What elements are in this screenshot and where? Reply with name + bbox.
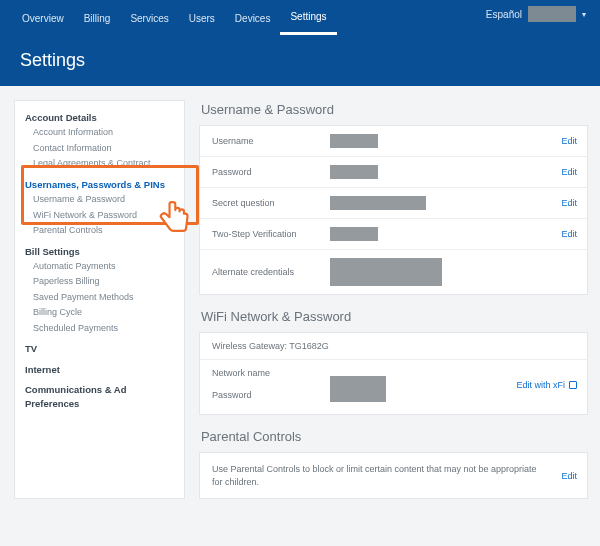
parental-controls-description: Use Parental Controls to block or limit … bbox=[212, 463, 562, 488]
sidebar-item-automatic-payments[interactable]: Automatic Payments bbox=[25, 259, 174, 275]
edit-username-link[interactable]: Edit bbox=[561, 136, 577, 146]
section-username-password: Username & Password Username Edit Passwo… bbox=[199, 102, 588, 295]
nav-tab-overview[interactable]: Overview bbox=[12, 7, 74, 34]
row-label-alternate-credentials: Alternate credentials bbox=[212, 267, 330, 277]
sidebar-item-wifi-network-password[interactable]: WiFi Network & Password bbox=[25, 208, 174, 224]
value-secret-question bbox=[330, 196, 426, 210]
sidebar-cat-account-details[interactable]: Account Details bbox=[25, 111, 174, 125]
external-link-icon bbox=[569, 381, 577, 389]
value-username bbox=[330, 134, 378, 148]
edit-with-xfi-label: Edit with xFi bbox=[516, 380, 565, 390]
section-title-parental-controls: Parental Controls bbox=[201, 429, 588, 444]
value-two-step bbox=[330, 227, 378, 241]
row-wireless-gateway: Wireless Gateway: TG1682G bbox=[200, 333, 587, 360]
gateway-label: Wireless Gateway: bbox=[212, 341, 287, 351]
card-parental-controls: Use Parental Controls to block or limit … bbox=[199, 452, 588, 499]
value-alternate-credentials bbox=[330, 258, 442, 286]
sidebar-cat-bill-settings[interactable]: Bill Settings bbox=[25, 245, 174, 259]
row-label-secret-question: Secret question bbox=[212, 198, 330, 208]
top-header: Overview Billing Services Users Devices … bbox=[0, 0, 600, 86]
nav-tab-devices[interactable]: Devices bbox=[225, 7, 281, 34]
user-chip[interactable] bbox=[528, 6, 576, 22]
section-wifi: WiFi Network & Password Wireless Gateway… bbox=[199, 309, 588, 415]
sidebar-item-billing-cycle[interactable]: Billing Cycle bbox=[25, 305, 174, 321]
sidebar-cat-communications-ad-prefs[interactable]: Communications & Ad Preferences bbox=[25, 383, 174, 412]
page-title: Settings bbox=[0, 32, 600, 71]
card-wifi: Wireless Gateway: TG1682G Network name P… bbox=[199, 332, 588, 415]
settings-sidebar: Account Details Account Information Cont… bbox=[14, 100, 185, 499]
language-link[interactable]: Español bbox=[486, 9, 522, 20]
header-right: Español ▾ bbox=[486, 6, 586, 22]
sidebar-cat-internet[interactable]: Internet bbox=[25, 363, 174, 377]
sidebar-item-legal-agreements[interactable]: Legal Agreements & Contract bbox=[25, 156, 174, 172]
nav-tab-services[interactable]: Services bbox=[120, 7, 178, 34]
row-label-username: Username bbox=[212, 136, 330, 146]
section-title-wifi: WiFi Network & Password bbox=[201, 309, 588, 324]
nav-tab-billing[interactable]: Billing bbox=[74, 7, 121, 34]
section-title-username-password: Username & Password bbox=[201, 102, 588, 117]
main-content: Username & Password Username Edit Passwo… bbox=[199, 100, 588, 499]
row-label-network-name: Network name bbox=[212, 368, 330, 378]
sidebar-item-contact-information[interactable]: Contact Information bbox=[25, 141, 174, 157]
edit-password-link[interactable]: Edit bbox=[561, 167, 577, 177]
section-parental-controls: Parental Controls Use Parental Controls … bbox=[199, 429, 588, 499]
nav-tab-settings[interactable]: Settings bbox=[280, 5, 336, 35]
sidebar-item-username-password[interactable]: Username & Password bbox=[25, 192, 174, 208]
row-label-password: Password bbox=[212, 167, 330, 177]
sidebar-item-saved-payment-methods[interactable]: Saved Payment Methods bbox=[25, 290, 174, 306]
chevron-down-icon[interactable]: ▾ bbox=[582, 10, 586, 19]
card-username-password: Username Edit Password Edit Secret quest… bbox=[199, 125, 588, 295]
edit-with-xfi-link[interactable]: Edit with xFi bbox=[516, 368, 577, 402]
row-label-two-step: Two-Step Verification bbox=[212, 229, 330, 239]
edit-parental-controls-link[interactable]: Edit bbox=[561, 471, 577, 481]
sidebar-item-paperless-billing[interactable]: Paperless Billing bbox=[25, 274, 174, 290]
sidebar-cat-tv[interactable]: TV bbox=[25, 342, 174, 356]
edit-secret-question-link[interactable]: Edit bbox=[561, 198, 577, 208]
edit-two-step-link[interactable]: Edit bbox=[561, 229, 577, 239]
nav-tab-users[interactable]: Users bbox=[179, 7, 225, 34]
sidebar-item-account-information[interactable]: Account Information bbox=[25, 125, 174, 141]
value-password bbox=[330, 165, 378, 179]
sidebar-item-parental-controls[interactable]: Parental Controls bbox=[25, 223, 174, 239]
row-label-wifi-password: Password bbox=[212, 390, 330, 400]
value-wifi bbox=[330, 376, 386, 402]
sidebar-item-scheduled-payments[interactable]: Scheduled Payments bbox=[25, 321, 174, 337]
sidebar-cat-usernames-passwords-pins[interactable]: Usernames, Passwords & PINs bbox=[25, 178, 174, 192]
gateway-value: TG1682G bbox=[289, 341, 329, 351]
